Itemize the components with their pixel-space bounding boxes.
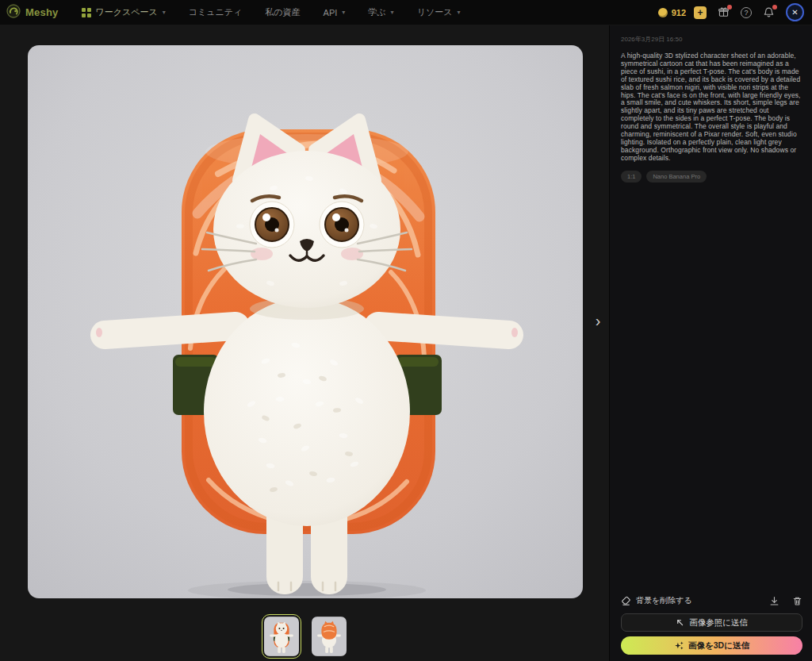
send-image-to-3d-button[interactable]: 画像を3Dに送信 — [621, 636, 802, 655]
generation-badges: 1:1 Nano Banana Pro — [621, 171, 802, 183]
sushi-cat-artwork — [28, 45, 583, 598]
add-credits-button[interactable]: + — [694, 6, 707, 19]
aspect-ratio-badge: 1:1 — [621, 171, 642, 183]
detail-panel: 2026年3月29日 16:50 A high-quality 3D styli… — [609, 25, 812, 661]
main-nav: ワークスペース ▾ コミュニティ 私の資産 API ▾ 学ぶ ▾ リソース ▾ — [82, 6, 460, 18]
sparkles-icon — [674, 640, 684, 651]
credits-count: 912 — [672, 8, 686, 17]
nav-my-assets[interactable]: 私の資産 — [265, 6, 300, 18]
send-to-image-reference-label: 画像参照に送信 — [689, 617, 748, 628]
trash-icon — [792, 596, 802, 606]
send-to-image-reference-button[interactable]: 画像参照に送信 — [621, 613, 802, 632]
chevron-down-icon: ▾ — [391, 9, 394, 16]
prompt-text: A high-quality 3D stylized character she… — [621, 52, 802, 163]
remove-background-button[interactable]: 背景を削除する — [621, 595, 692, 606]
credits-coin-icon — [658, 8, 668, 17]
nav-community[interactable]: コミュニティ — [189, 6, 243, 18]
notification-dot — [772, 5, 777, 10]
image-viewer: › — [0, 25, 609, 661]
arrow-up-left-icon — [676, 618, 684, 627]
nav-api[interactable]: API ▾ — [324, 8, 346, 17]
notification-dot — [727, 5, 732, 10]
thumbnail-front-view[interactable] — [262, 614, 301, 659]
notifications-button[interactable] — [763, 6, 775, 18]
meshy-logo[interactable]: Meshy — [6, 4, 58, 21]
nav-community-label: コミュニティ — [189, 6, 243, 18]
download-button[interactable] — [769, 596, 779, 606]
remove-background-label: 背景を削除する — [636, 595, 692, 606]
delete-button[interactable] — [792, 596, 802, 606]
nav-workspace-label: ワークスペース — [95, 6, 157, 18]
help-button[interactable]: ? — [741, 7, 752, 18]
thumbnail-back-view[interactable] — [309, 614, 349, 659]
close-viewer-button[interactable]: ✕ — [786, 3, 804, 21]
send-image-to-3d-label: 画像を3Dに送信 — [688, 640, 749, 651]
generation-timestamp: 2026年3月29日 16:50 — [621, 35, 802, 44]
model-badge: Nano Banana Pro — [646, 171, 707, 183]
brand-name: Meshy — [25, 6, 58, 18]
panel-actions: 背景を削除する — [621, 595, 802, 655]
top-navbar: Meshy ワークスペース ▾ コミュニティ 私の資産 API ▾ 学ぶ ▾ リ… — [0, 0, 812, 25]
nav-learn[interactable]: 学ぶ ▾ — [368, 6, 393, 18]
workspace-grid-icon — [82, 8, 91, 17]
nav-learn-label: 学ぶ — [368, 6, 385, 18]
gift-button[interactable] — [718, 6, 730, 18]
thumbnail-back-art — [312, 617, 347, 656]
thumbnail-strip — [28, 614, 583, 659]
download-icon — [769, 596, 779, 606]
chevron-down-icon: ▾ — [342, 9, 345, 16]
next-image-chevron[interactable]: › — [588, 309, 607, 332]
meshy-logo-icon — [6, 4, 21, 21]
help-icon: ? — [741, 7, 752, 18]
generated-image[interactable] — [28, 45, 583, 598]
thumbnail-front-art — [264, 617, 299, 656]
chevron-down-icon: ▾ — [163, 9, 166, 16]
navbar-right: 912 + ? ✕ — [658, 3, 804, 21]
nav-api-label: API — [324, 8, 338, 17]
nav-resources-label: リソース — [417, 6, 453, 18]
eraser-icon — [621, 596, 631, 606]
nav-my-assets-label: 私の資産 — [265, 6, 300, 18]
nav-resources[interactable]: リソース ▾ — [417, 6, 461, 18]
chevron-down-icon: ▾ — [457, 9, 460, 16]
nav-workspace[interactable]: ワークスペース ▾ — [82, 6, 165, 18]
